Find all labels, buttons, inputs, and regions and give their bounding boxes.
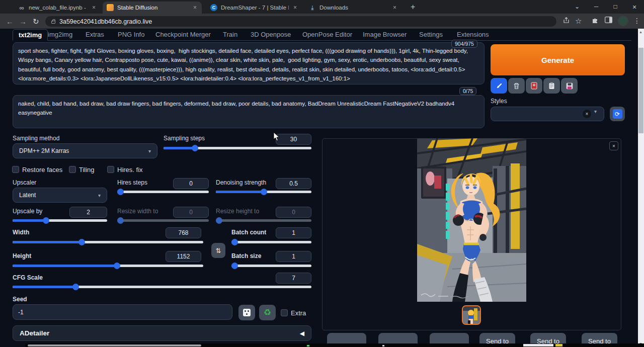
upscale-by-slider[interactable] — [13, 219, 107, 222]
tiling-label: Tiling — [79, 166, 95, 173]
profile-avatar[interactable] — [618, 16, 628, 26]
tab-extras[interactable]: Extras — [86, 31, 104, 38]
save-style-button[interactable] — [561, 78, 578, 94]
batch-count-label: Batch count — [231, 229, 266, 236]
refresh-styles-button[interactable]: ⟳ — [610, 107, 625, 121]
batch-size-slider[interactable] — [231, 265, 311, 267]
new-tab-button[interactable]: + — [411, 3, 415, 12]
browser-tab-stable-diffusion[interactable]: Stable Diffusion × — [103, 2, 202, 14]
adetailer-accordion[interactable]: ADetailer ◀ — [13, 325, 311, 341]
browser-tab-colab[interactable]: ∞ new_colab_file.ipynb - Colaborat × — [14, 2, 101, 14]
resize-width-value: 0 — [173, 207, 209, 218]
sampling-steps-value[interactable]: 30 — [276, 134, 311, 145]
cfg-scale-value[interactable]: 7 — [276, 273, 311, 284]
tab-png-info[interactable]: PNG Info — [118, 31, 144, 38]
upscale-by-value[interactable]: 2 — [69, 207, 107, 218]
close-tab-icon[interactable]: × — [292, 4, 298, 11]
sidebar-icon[interactable] — [605, 17, 612, 25]
resize-width-label: Resize width to — [117, 208, 158, 215]
tab-train[interactable]: Train — [223, 31, 237, 38]
browser-tab-title: new_colab_file.ipynb - Colaborat — [29, 5, 88, 11]
resize-height-value: 0 — [276, 207, 311, 218]
hires-steps-slider[interactable] — [117, 191, 209, 193]
upscaler-value: Latent — [19, 192, 36, 199]
share-icon[interactable] — [562, 17, 570, 26]
close-tab-icon[interactable]: × — [192, 4, 198, 11]
bookmark-star-icon[interactable]: ☆ — [575, 17, 582, 26]
apply-styles-button[interactable] — [543, 78, 560, 94]
sampling-method-select[interactable]: DPM++ 2M Karras ▾ — [13, 143, 157, 158]
reload-icon[interactable]: ↻ — [33, 17, 39, 26]
prompt-input[interactable]: sport shoes, fighter, fight, fight Glove… — [13, 42, 485, 84]
window-minimize-button[interactable]: ─ — [593, 3, 600, 10]
height-slider[interactable] — [13, 265, 203, 267]
mouse-cursor — [273, 132, 280, 144]
styles-label: Styles — [491, 98, 507, 105]
tab-checkpoint-merger[interactable]: Checkpoint Merger — [155, 31, 211, 38]
resize-height-label: Resize height to — [216, 208, 259, 215]
height-value[interactable]: 1152 — [166, 251, 201, 262]
chevron-down-icon[interactable]: ▾ — [594, 109, 597, 114]
cfg-scale-slider[interactable] — [13, 286, 311, 288]
refresh-icon: ⟳ — [613, 109, 622, 119]
overlay-speck — [307, 345, 309, 346]
tab-txt2img[interactable]: txt2img — [13, 29, 48, 41]
paste-params-button[interactable] — [491, 78, 507, 94]
generated-image[interactable] — [417, 138, 526, 302]
gallery-close-button[interactable]: × — [609, 141, 618, 150]
reuse-seed-button[interactable]: ♻ — [259, 305, 276, 320]
hires-steps-value[interactable]: 0 — [173, 178, 209, 189]
batch-count-slider[interactable] — [231, 241, 311, 243]
seed-input[interactable] — [13, 304, 232, 320]
tab-image-browser[interactable]: Image Browser — [363, 31, 407, 38]
browser-tab-dreamshaper[interactable]: C DreamShaper - 7 | Stable Diffusi × — [206, 2, 302, 14]
clear-prompt-button[interactable] — [508, 78, 525, 94]
random-seed-button[interactable] — [238, 305, 255, 320]
extra-networks-button[interactable] — [526, 78, 542, 94]
tab-settings[interactable]: Settings — [419, 31, 443, 38]
tab-img2img[interactable]: img2img — [48, 31, 72, 38]
close-tab-icon[interactable]: × — [91, 4, 97, 11]
tab-openpose-editor[interactable]: OpenPose Editor — [302, 31, 352, 38]
resize-height-slider — [216, 219, 311, 222]
tiling-checkbox[interactable] — [69, 166, 76, 173]
close-tab-icon[interactable]: × — [392, 4, 397, 11]
menu-dots-icon[interactable]: ⋮ — [633, 17, 640, 25]
width-slider[interactable] — [13, 241, 203, 243]
back-icon[interactable]: ← — [6, 17, 14, 26]
restore-faces-checkbox[interactable] — [12, 166, 19, 173]
sampling-steps-slider[interactable] — [164, 147, 311, 149]
address-bar[interactable]: 3a59ec42041dbb46cb.gradio.live — [45, 16, 556, 27]
browser-tab-downloads[interactable]: ⤓ Downloads × — [305, 2, 401, 14]
width-value[interactable]: 768 — [166, 227, 201, 238]
browser-tab-title: Stable Diffusion — [117, 5, 189, 11]
extra-seed-checkbox[interactable] — [281, 309, 288, 316]
batch-size-value[interactable]: 1 — [276, 251, 311, 262]
tab-extensions[interactable]: Extensions — [457, 31, 489, 38]
upscaler-select[interactable]: Latent ▾ — [13, 188, 107, 203]
sampling-method-label: Sampling method — [13, 135, 59, 142]
prompt-token-counter: 904/975 — [451, 40, 477, 48]
negative-prompt-input[interactable]: naked, child, bad hand, bad draw, bad dr… — [13, 95, 485, 128]
extensions-puzzle-icon[interactable] — [592, 17, 599, 25]
styles-clear-icon[interactable]: × — [583, 110, 591, 118]
lock-icon — [51, 21, 55, 24]
window-close-button[interactable]: × — [631, 3, 638, 11]
scroll-up-icon[interactable]: ▲ — [639, 30, 642, 34]
tab-3d-openpose[interactable]: 3D Openpose — [251, 31, 291, 38]
denoising-strength-value[interactable]: 0.5 — [276, 178, 311, 189]
window-maximize-button[interactable]: □ — [612, 3, 619, 10]
gallery-thumbnail[interactable] — [462, 305, 481, 325]
collapse-triangle-icon: ◀ — [300, 330, 304, 337]
batch-count-value[interactable]: 1 — [276, 227, 311, 238]
adetailer-label: ADetailer — [20, 329, 49, 337]
generate-button[interactable]: Generate — [491, 44, 625, 75]
upscaler-label: Upscaler — [13, 179, 36, 186]
tab-search-chevron-icon[interactable]: ⌄ — [574, 3, 581, 10]
swap-dimensions-button[interactable]: ⇅ — [211, 243, 225, 258]
page-scrollbar-thumb[interactable] — [638, 48, 643, 133]
screen: ∞ new_colab_file.ipynb - Colaborat × Sta… — [0, 0, 644, 347]
denoising-strength-slider[interactable] — [216, 191, 311, 193]
forward-icon[interactable]: → — [19, 17, 27, 26]
hires-fix-checkbox[interactable] — [107, 166, 114, 173]
